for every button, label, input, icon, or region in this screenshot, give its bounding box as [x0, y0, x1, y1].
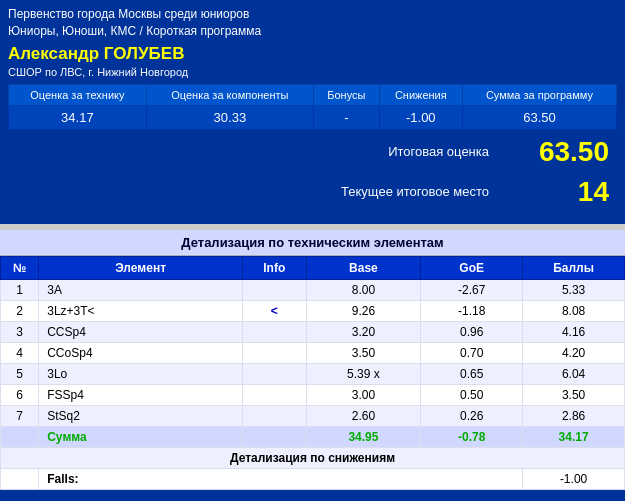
cell-base: 3.00 — [306, 384, 421, 405]
cell-goe: 0.50 — [421, 384, 523, 405]
cell-info: < — [242, 300, 306, 321]
cell-score: 4.20 — [523, 342, 625, 363]
col-num: № — [1, 256, 39, 279]
tech-score-value: 34.17 — [9, 105, 147, 129]
sum-score: 34.17 — [523, 426, 625, 447]
cell-base: 3.50 — [306, 342, 421, 363]
components-header: Оценка за компоненты — [146, 84, 313, 105]
cell-score: 4.16 — [523, 321, 625, 342]
table-row: 3 CCSp4 3.20 0.96 4.16 — [1, 321, 625, 342]
cell-goe: 0.26 — [421, 405, 523, 426]
place-row: Текущее итоговое место 14 — [8, 174, 617, 216]
cell-goe: 0.70 — [421, 342, 523, 363]
skater-name: Александр ГОЛУБЕВ — [8, 44, 617, 64]
cell-num: 6 — [1, 384, 39, 405]
cell-element: CCSp4 — [39, 321, 243, 342]
scores-table: Оценка за технику Оценка за компоненты Б… — [8, 84, 617, 130]
cell-element: 3Lo — [39, 363, 243, 384]
cell-element: 3Lz+3T< — [39, 300, 243, 321]
cell-base: 8.00 — [306, 279, 421, 300]
cell-num: 2 — [1, 300, 39, 321]
cell-goe: 0.96 — [421, 321, 523, 342]
top-section: Первенство города Москвы среди юниоров Ю… — [0, 0, 625, 224]
cell-num: 4 — [1, 342, 39, 363]
cell-score: 2.86 — [523, 405, 625, 426]
final-score-label: Итоговая оценка — [388, 144, 489, 159]
cell-info — [242, 279, 306, 300]
cell-goe: -2.67 — [421, 279, 523, 300]
place-value: 14 — [509, 176, 609, 208]
cell-info — [242, 342, 306, 363]
sum-goe: -0.78 — [421, 426, 523, 447]
cell-score: 5.33 — [523, 279, 625, 300]
detail-table: № Элемент Info Base GoE Баллы 1 3A 8.00 … — [0, 256, 625, 490]
cell-info — [242, 363, 306, 384]
table-row: 7 StSq2 2.60 0.26 2.86 — [1, 405, 625, 426]
cell-score: 6.04 — [523, 363, 625, 384]
bonuses-value: - — [313, 105, 379, 129]
cell-info — [242, 405, 306, 426]
sum-empty1 — [1, 426, 39, 447]
tech-score-header: Оценка за технику — [9, 84, 147, 105]
sum-label: Сумма — [39, 426, 243, 447]
falls-empty1 — [1, 468, 39, 489]
col-goe: GoE — [421, 256, 523, 279]
competition-title: Первенство города Москвы среди юниоров Ю… — [8, 6, 617, 40]
table-row: 1 3A 8.00 -2.67 5.33 — [1, 279, 625, 300]
col-info: Info — [242, 256, 306, 279]
bottom-section: Детализация по техническим элементам № Э… — [0, 230, 625, 490]
skater-club: СШОР по ЛВС, г. Нижний Новгород — [8, 66, 617, 78]
cell-info — [242, 321, 306, 342]
final-score-value: 63.50 — [509, 136, 609, 168]
deductions-header-row: Детализация по снижениям — [1, 447, 625, 468]
cell-base: 3.20 — [306, 321, 421, 342]
cell-score: 8.08 — [523, 300, 625, 321]
col-element: Элемент — [39, 256, 243, 279]
cell-base: 5.39 x — [306, 363, 421, 384]
falls-row: Falls: -1.00 — [1, 468, 625, 489]
table-row: 4 CCoSp4 3.50 0.70 4.20 — [1, 342, 625, 363]
table-row: 5 3Lo 5.39 x 0.65 6.04 — [1, 363, 625, 384]
sum-base: 34.95 — [306, 426, 421, 447]
cell-score: 3.50 — [523, 384, 625, 405]
cell-element: 3A — [39, 279, 243, 300]
components-value: 30.33 — [146, 105, 313, 129]
falls-label: Falls: — [39, 468, 523, 489]
cell-num: 3 — [1, 321, 39, 342]
bonuses-header: Бонусы — [313, 84, 379, 105]
cell-info — [242, 384, 306, 405]
table-row: 2 3Lz+3T< < 9.26 -1.18 8.08 — [1, 300, 625, 321]
cell-num: 1 — [1, 279, 39, 300]
place-label: Текущее итоговое место — [341, 184, 489, 199]
falls-value: -1.00 — [523, 468, 625, 489]
detail-header: Детализация по техническим элементам — [0, 230, 625, 256]
cell-element: StSq2 — [39, 405, 243, 426]
deductions-header: Снижения — [379, 84, 462, 105]
program-sum-header: Сумма за программу — [462, 84, 616, 105]
cell-element: FSSp4 — [39, 384, 243, 405]
col-score: Баллы — [523, 256, 625, 279]
table-row: 6 FSSp4 3.00 0.50 3.50 — [1, 384, 625, 405]
sum-empty2 — [242, 426, 306, 447]
final-score-row: Итоговая оценка 63.50 — [8, 130, 617, 174]
sum-row: Сумма 34.95 -0.78 34.17 — [1, 426, 625, 447]
cell-base: 9.26 — [306, 300, 421, 321]
cell-num: 7 — [1, 405, 39, 426]
deductions-value: -1.00 — [379, 105, 462, 129]
col-base: Base — [306, 256, 421, 279]
cell-goe: 0.65 — [421, 363, 523, 384]
cell-base: 2.60 — [306, 405, 421, 426]
program-sum-value: 63.50 — [462, 105, 616, 129]
cell-num: 5 — [1, 363, 39, 384]
deductions-title: Детализация по снижениям — [1, 447, 625, 468]
cell-goe: -1.18 — [421, 300, 523, 321]
cell-element: CCoSp4 — [39, 342, 243, 363]
